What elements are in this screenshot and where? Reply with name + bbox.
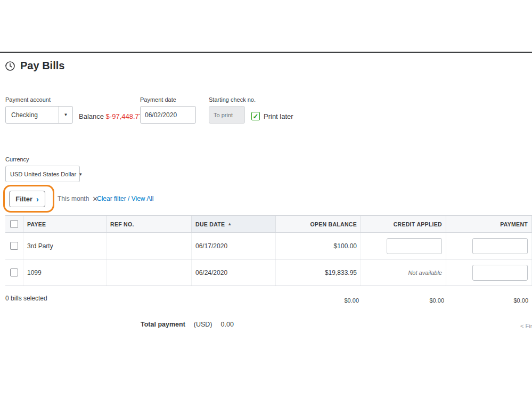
total-payment-currency: (USD) xyxy=(194,321,212,328)
active-filter-label: This month xyxy=(58,195,89,202)
row-checkbox[interactable] xyxy=(10,242,18,250)
active-filter-chip: This month ✕ xyxy=(58,195,98,202)
payment-date-input[interactable] xyxy=(140,106,196,124)
starting-check-no-field: Starting check no. xyxy=(209,96,256,124)
page-title: Pay Bills xyxy=(20,60,64,72)
balance-display: Balance $-97,448.77 xyxy=(79,112,143,120)
credit-applied-cell xyxy=(361,233,446,259)
open-balance-cell: $100.00 xyxy=(276,233,361,259)
print-later-label: Print later xyxy=(264,112,293,120)
ref-no-cell xyxy=(107,259,192,286)
open-balance-total: $0.00 xyxy=(276,297,359,304)
payee-cell: 1099 xyxy=(23,259,107,286)
starting-check-no-input xyxy=(209,106,245,124)
total-payment-label: Total payment xyxy=(141,321,185,328)
filter-button[interactable]: Filter › xyxy=(9,191,45,207)
payment-account-field: Payment account Checking ▼ xyxy=(5,96,73,124)
table-row: 3rd Party 06/17/2020 $100.00 xyxy=(5,233,532,259)
col-header-payee[interactable]: PAYEE xyxy=(23,216,107,232)
payee-cell: 3rd Party xyxy=(23,233,107,259)
ref-no-cell xyxy=(107,233,192,259)
payment-total: $0.00 xyxy=(446,297,528,304)
credit-applied-input[interactable] xyxy=(387,238,442,254)
col-header-due-date[interactable]: DUE DATE ▲ xyxy=(192,216,276,232)
starting-check-no-label: Starting check no. xyxy=(209,96,256,103)
due-date-cell: 06/17/2020 xyxy=(192,233,276,259)
sort-asc-icon: ▲ xyxy=(227,222,232,226)
payment-input[interactable] xyxy=(472,238,528,254)
top-divider xyxy=(0,52,532,53)
col-header-open-balance[interactable]: OPEN BALANCE xyxy=(276,216,361,232)
pagination-first-link[interactable]: < Firs xyxy=(520,323,532,329)
row-select-cell xyxy=(5,233,23,259)
payment-date-field: Payment date xyxy=(140,96,196,124)
payment-account-value: Checking xyxy=(6,111,59,119)
bills-selected-count: 0 bills selected xyxy=(5,295,47,302)
due-date-cell: 06/24/2020 xyxy=(192,259,276,286)
col-header-credit-applied[interactable]: CREDIT APPLIED xyxy=(361,216,446,232)
select-all-checkbox[interactable] xyxy=(10,220,18,228)
currency-select[interactable]: USD United States Dollar ▾ xyxy=(5,166,80,182)
filter-button-label: Filter xyxy=(15,195,32,203)
print-later-toggle[interactable]: ✓ Print later xyxy=(251,112,293,120)
credit-applied-cell: Not available xyxy=(361,259,446,286)
col-header-payment[interactable]: PAYMENT xyxy=(446,216,532,232)
payment-cell xyxy=(446,233,532,259)
clear-filter-link[interactable]: Clear filter / View All xyxy=(97,195,153,202)
total-payment-summary: Total payment (USD) 0.00 xyxy=(141,321,234,328)
currency-field: Currency USD United States Dollar ▾ xyxy=(5,156,80,182)
currency-label: Currency xyxy=(5,156,80,162)
dropdown-arrow-icon[interactable]: ▼ xyxy=(59,107,72,123)
payment-account-select[interactable]: Checking ▼ xyxy=(5,106,73,124)
open-balance-cell: $19,833.95 xyxy=(276,259,361,286)
balance-amount: $-97,448.77 xyxy=(106,112,143,120)
chevron-right-icon: › xyxy=(36,196,39,203)
col-header-ref-no[interactable]: REF NO. xyxy=(107,216,192,232)
table-header-row: PAYEE REF NO. DUE DATE ▲ OPEN BALANCE CR… xyxy=(5,215,532,233)
currency-value: USD United States Dollar xyxy=(10,171,76,177)
row-select-cell xyxy=(5,259,23,286)
pay-bills-icon xyxy=(4,60,16,72)
payment-account-label: Payment account xyxy=(5,96,73,103)
payment-cell xyxy=(446,259,532,286)
total-payment-amount: 0.00 xyxy=(221,321,234,328)
bills-table: PAYEE REF NO. DUE DATE ▲ OPEN BALANCE CR… xyxy=(5,215,532,286)
table-row: 1099 06/24/2020 $19,833.95 Not available xyxy=(5,259,532,286)
pay-bills-page: Pay Bills Payment account Checking ▼ Bal… xyxy=(0,0,532,399)
row-checkbox[interactable] xyxy=(10,268,18,276)
caret-down-icon: ▾ xyxy=(79,172,82,177)
credit-not-available-text: Not available xyxy=(408,270,442,276)
payment-input[interactable] xyxy=(472,265,528,281)
due-date-header-label: DUE DATE xyxy=(195,221,225,227)
select-all-cell xyxy=(5,216,23,232)
print-later-checkbox[interactable]: ✓ xyxy=(251,112,260,120)
credit-applied-total: $0.00 xyxy=(361,297,444,304)
payment-date-label: Payment date xyxy=(140,96,196,103)
page-header: Pay Bills xyxy=(4,60,64,72)
balance-label: Balance xyxy=(79,112,104,120)
